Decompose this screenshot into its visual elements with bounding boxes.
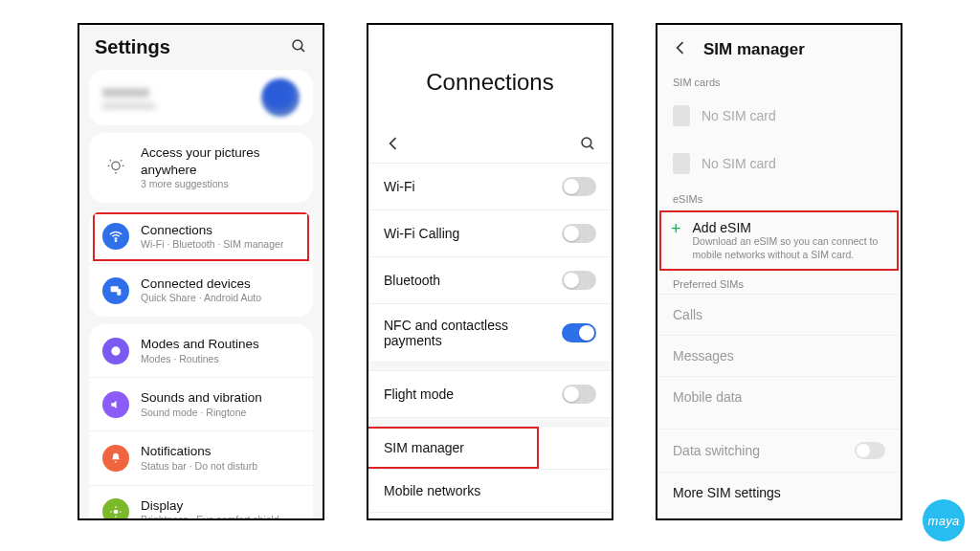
svg-line-18 [590,146,593,149]
row-title: Display [141,497,300,515]
data-switching-toggle[interactable] [855,442,885,459]
row-sub: Status bar · Do not disturb [141,460,257,474]
wificalling-toggle[interactable] [562,224,596,243]
page-title: Connections [368,25,612,134]
row-label: Data switching [673,443,760,458]
sim-header: SIM manager [657,25,901,71]
lightbulb-icon [102,154,129,181]
bell-icon [102,445,129,472]
row-label: NFC and contactless payments [384,318,562,348]
back-icon[interactable] [671,38,690,61]
row-label: More SIM settings [673,485,781,500]
divider [368,417,612,427]
svg-point-8 [115,240,116,241]
row-label: Mobile data [673,389,742,405]
sim-label: No SIM card [702,156,776,171]
row-label: SIM manager [384,440,464,455]
maya-logo: maya [923,499,965,541]
settings-header: Settings [79,25,323,66]
svg-line-1 [301,48,304,51]
svg-point-12 [114,510,119,515]
settings-screen: Settings xxxxxxx xxxxxxxxxx Access your … [78,23,324,520]
sim-slot-2[interactable]: No SIM card [657,140,901,187]
connections-screen: Connections Wi-Fi Wi-Fi Calling Bluetoot… [367,23,613,520]
back-icon[interactable] [384,134,403,157]
row-title: Notifications [141,443,257,460]
mobile-data-row[interactable]: Mobile data [657,376,901,417]
calls-row[interactable]: Calls [657,294,901,335]
wifi-toggle[interactable] [562,177,596,196]
display-icon [102,498,129,520]
profile-card[interactable]: xxxxxxx xxxxxxxxxx [89,70,313,125]
flight-mode-row[interactable]: Flight mode [368,371,612,417]
page-title: SIM manager [703,40,805,59]
avatar[interactable] [261,78,300,117]
more-settings-row[interactable]: More SIM settings [657,472,901,513]
profile-sub: xxxxxxxxxx [102,99,155,111]
sim-icon [673,153,690,174]
row-sub: Quick Share · Android Auto [141,292,261,305]
row-sub: Modes · Routines [141,353,259,366]
page-title: Settings [95,36,170,58]
row-label: Wi-Fi Calling [384,226,459,241]
svg-point-0 [293,40,302,50]
data-switching-row[interactable]: Data switching [657,429,901,472]
sounds-row[interactable]: Sounds and vibration Sound mode · Ringto… [89,378,313,431]
sim-slot-1[interactable]: No SIM card [657,92,901,140]
add-esim-title: Add eSIM [693,220,887,235]
svg-point-11 [111,346,120,355]
nfc-toggle[interactable] [562,323,596,342]
divider [368,362,612,371]
row-label: Messages [673,348,734,364]
bluetooth-toggle[interactable] [562,271,596,290]
messages-row[interactable]: Messages [657,335,901,376]
row-label: Flight mode [384,386,454,402]
connections-nav [368,134,612,163]
row-sub: Brightness · Eye comfort shield · Naviga… [141,514,300,520]
sim-icon [673,105,690,126]
devices-icon [102,277,129,304]
settings-group-2: Modes and Routines Modes · Routines Soun… [89,324,313,520]
row-label: Bluetooth [384,273,440,288]
connected-devices-row[interactable]: Connected devices Quick Share · Android … [89,264,313,317]
suggestion-title: Access your pictures anywhere [141,144,300,178]
settings-group-1: Connections Wi-Fi · Bluetooth · SIM mana… [89,210,313,317]
row-label: Wi-Fi [384,179,415,194]
mobile-networks-row[interactable]: Mobile networks [368,469,612,512]
plus-icon: + [671,220,681,237]
wifi-calling-row[interactable]: Wi-Fi Calling [368,209,612,256]
row-label: Calls [673,307,702,322]
modes-icon [102,338,129,364]
svg-line-6 [110,160,111,161]
data-usage-row[interactable]: Data usage [368,512,612,520]
suggestions-card[interactable]: Access your pictures anywhere 3 more sug… [89,133,313,203]
wifi-icon [102,223,129,250]
svg-line-7 [121,160,122,161]
profile-name: xxxxxxx [102,84,155,100]
add-esim-row[interactable]: + Add eSIM Download an eSIM so you can c… [657,209,901,273]
svg-point-17 [582,138,591,147]
wifi-row[interactable]: Wi-Fi [368,163,612,209]
search-icon[interactable] [579,135,596,156]
row-title: Connected devices [141,276,261,293]
connections-list: Wi-Fi Wi-Fi Calling Bluetooth NFC and co… [368,163,612,520]
section-esims: eSIMs [657,187,901,209]
sound-icon [102,391,129,418]
row-title: Connections [141,222,283,239]
section-simcards: SIM cards [657,71,901,92]
modes-row[interactable]: Modes and Routines Modes · Routines [89,324,313,378]
search-icon[interactable] [290,37,307,58]
row-title: Sounds and vibration [141,389,262,407]
row-sub: Wi-Fi · Bluetooth · SIM manager [141,238,283,252]
bluetooth-row[interactable]: Bluetooth [368,256,612,303]
svg-rect-10 [117,289,121,296]
display-row[interactable]: Display Brightness · Eye comfort shield … [89,486,313,520]
notifications-row[interactable]: Notifications Status bar · Do not distur… [89,431,313,485]
sim-manager-row[interactable]: SIM manager [368,427,612,469]
svg-point-2 [112,163,120,170]
logo-text: maya [928,514,960,528]
flight-toggle[interactable] [562,385,596,404]
sim-label: No SIM card [702,108,776,123]
connections-row[interactable]: Connections Wi-Fi · Bluetooth · SIM mana… [89,210,313,264]
nfc-row[interactable]: NFC and contactless payments [368,303,612,362]
